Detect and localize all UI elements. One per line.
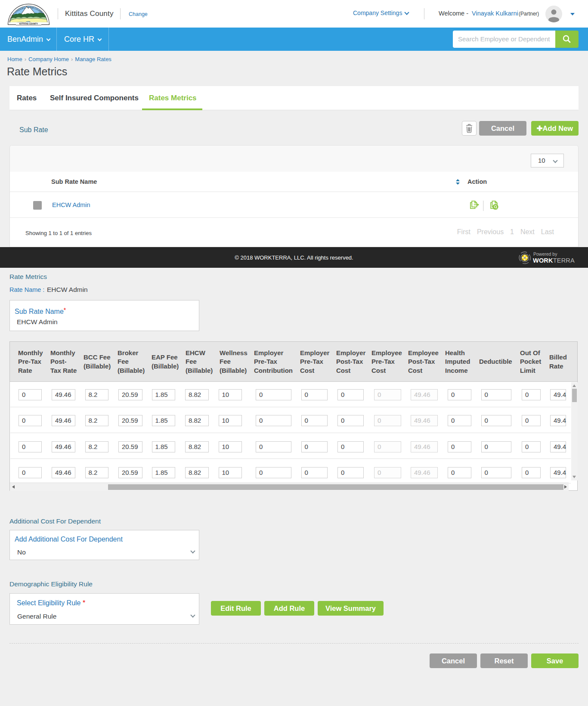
svg-text:KITTITAS COUNTY: KITTITAS COUNTY [19, 23, 38, 25]
svg-text:WORKTERRA: WORKTERRA [533, 257, 575, 264]
svg-text:Powered by: Powered by [533, 251, 557, 257]
